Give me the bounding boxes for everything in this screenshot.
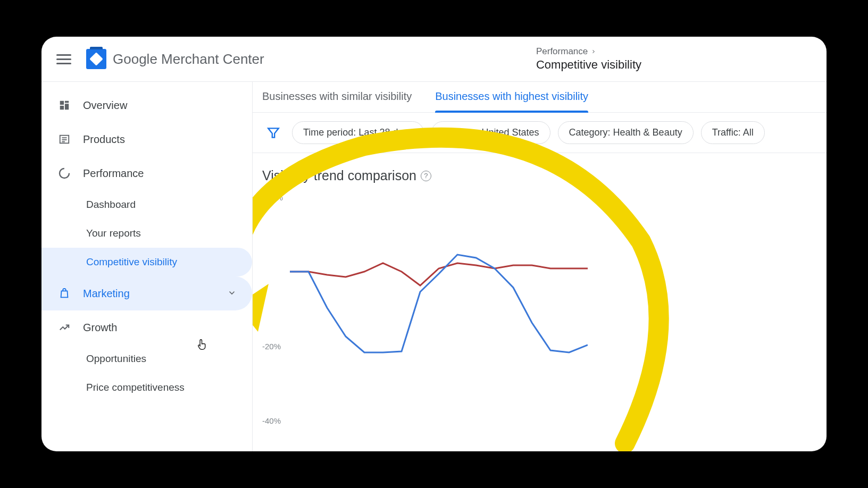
sidebar-label: Price competitiveness: [86, 382, 185, 393]
app-title-rest: Merchant Center: [157, 51, 264, 67]
sidebar-item-performance[interactable]: Performance: [41, 156, 252, 190]
sidebar-item-dashboard[interactable]: Dashboard: [41, 190, 252, 219]
y-tick-label: +20%: [262, 193, 283, 202]
sidebar-item-growth[interactable]: Growth: [41, 310, 252, 344]
breadcrumb-parent[interactable]: Performance: [536, 46, 641, 57]
chart-title: Visibility trend comparison ?: [262, 168, 817, 183]
chevron-right-icon: [591, 49, 596, 54]
sidebar-item-competitive-visibility[interactable]: Competitive visibility: [41, 248, 252, 276]
filter-chip-category[interactable]: Category: Health & Beauty: [558, 121, 694, 144]
tabs: Businesses with similar visibility Busin…: [253, 82, 827, 113]
sidebar-label: Growth: [83, 322, 117, 334]
shopping-bag-icon: [57, 287, 71, 300]
tab-similar-visibility[interactable]: Businesses with similar visibility: [262, 90, 412, 112]
app-title-bold: Google: [113, 51, 157, 67]
sidebar-item-your-reports[interactable]: Your reports: [41, 219, 252, 248]
sidebar-label: Your reports: [86, 228, 141, 239]
menu-icon[interactable]: [56, 52, 71, 66]
chevron-down-icon: [228, 288, 236, 300]
svg-rect-2: [65, 104, 69, 110]
tab-highest-visibility[interactable]: Businesses with highest visibility: [435, 90, 588, 112]
sidebar-item-products[interactable]: Products: [41, 122, 252, 156]
sidebar-item-marketing[interactable]: Marketing: [41, 276, 252, 310]
help-icon[interactable]: ?: [421, 171, 431, 181]
breadcrumb-current: Competitive visibility: [536, 58, 641, 72]
chart-plot: +20% -20% -40%: [262, 197, 603, 420]
sidebar-item-overview[interactable]: Overview: [41, 88, 252, 122]
y-tick-label: -20%: [262, 341, 281, 350]
y-tick-label: -40%: [262, 416, 281, 425]
sidebar-label: Opportunities: [86, 353, 146, 365]
chart-area: Visibility trend comparison ? +20% -20% …: [253, 153, 827, 451]
svg-rect-0: [60, 101, 64, 105]
chart-lines: [290, 197, 588, 420]
breadcrumb: Performance Competitive visibility: [536, 46, 812, 72]
body: Overview Products Performance Dashboard …: [41, 82, 827, 451]
sidebar-item-price-competitiveness[interactable]: Price competitiveness: [41, 373, 252, 402]
svg-marker-9: [268, 128, 279, 137]
svg-point-8: [60, 169, 69, 178]
merchant-center-logo-icon: [86, 49, 106, 69]
performance-icon: [57, 166, 71, 180]
trend-up-icon: [57, 321, 71, 334]
filter-chip-traffic[interactable]: Traffic: All: [701, 121, 765, 144]
app-window: Google Merchant Center Performance Compe…: [41, 37, 827, 451]
main-content: Businesses with similar visibility Busin…: [253, 82, 827, 451]
list-icon: [57, 132, 71, 146]
sidebar-label: Products: [83, 133, 125, 146]
svg-rect-3: [60, 106, 64, 110]
topbar: Google Merchant Center Performance Compe…: [41, 37, 827, 82]
sidebar-label: Competitive visibility: [86, 256, 177, 268]
svg-rect-1: [65, 101, 69, 103]
chart-title-text: Visibility trend comparison: [262, 168, 416, 183]
filter-bar: Time period: Last 28 days Country: Unite…: [253, 113, 827, 153]
filter-chip-time[interactable]: Time period: Last 28 days: [292, 121, 424, 144]
sidebar: Overview Products Performance Dashboard …: [41, 82, 253, 451]
filter-chip-country[interactable]: Country: United States: [431, 121, 550, 144]
sidebar-label: Overview: [83, 99, 127, 112]
sidebar-label: Marketing: [83, 288, 130, 300]
sidebar-label: Performance: [83, 167, 144, 180]
app-title: Google Merchant Center: [113, 51, 264, 68]
sidebar-item-opportunities[interactable]: Opportunities: [41, 344, 252, 373]
breadcrumb-parent-label: Performance: [536, 46, 588, 57]
filter-icon[interactable]: [262, 126, 285, 140]
dashboard-icon: [57, 98, 71, 112]
sidebar-label: Dashboard: [86, 199, 136, 211]
